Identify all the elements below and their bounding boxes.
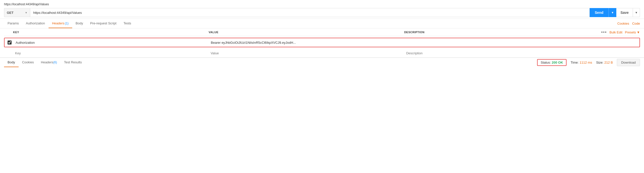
row-key-cell bbox=[14, 40, 209, 46]
row-desc-input[interactable] bbox=[404, 40, 599, 46]
col-value-header: VALUE bbox=[209, 31, 404, 34]
tabs-left: Params Authorization Headers(1) Body Pre… bbox=[4, 19, 135, 28]
tabs-right: Cookies Code bbox=[617, 22, 640, 25]
send-dropdown-button[interactable]: ▼ bbox=[609, 8, 617, 17]
bottom-tab-headers[interactable]: Headers(6) bbox=[37, 58, 61, 67]
save-dropdown-button[interactable]: ▼ bbox=[633, 8, 640, 17]
url-title: https://localhost:44349/api/Values bbox=[4, 3, 640, 6]
col-actions-header: ••• Bulk Edit Presets ▼ bbox=[600, 30, 640, 34]
col-key-header: KEY bbox=[13, 31, 209, 34]
send-button[interactable]: Send bbox=[590, 8, 608, 17]
empty-value-input[interactable] bbox=[209, 50, 404, 56]
tab-params[interactable]: Params bbox=[4, 19, 22, 28]
row-checkbox-wrapper bbox=[5, 40, 14, 45]
url-input[interactable] bbox=[30, 8, 590, 17]
row-value-cell bbox=[209, 40, 404, 46]
url-bar-section: https://localhost:44349/api/Values GET P… bbox=[0, 0, 644, 19]
size-value: 212 B bbox=[604, 61, 613, 64]
code-link[interactable]: Code bbox=[632, 22, 640, 25]
empty-desc-cell bbox=[404, 50, 600, 56]
time-label: Time: 1112 ms bbox=[571, 61, 592, 64]
table-empty-row bbox=[4, 49, 640, 57]
tab-authorization[interactable]: Authorization bbox=[22, 19, 49, 28]
method-select[interactable]: GET POST PUT DELETE PATCH bbox=[7, 11, 23, 15]
row-desc-cell bbox=[404, 40, 599, 46]
bottom-tab-body[interactable]: Body bbox=[4, 58, 19, 67]
table-row bbox=[4, 38, 640, 47]
bottom-right-info: Status: 200 OK Time: 1112 ms Size: 212 B… bbox=[537, 59, 640, 66]
table-header-row: KEY VALUE DESCRIPTION ••• Bulk Edit Pres… bbox=[4, 28, 640, 36]
headers-table-section: KEY VALUE DESCRIPTION ••• Bulk Edit Pres… bbox=[0, 28, 644, 57]
status-box: Status: 200 OK bbox=[537, 59, 567, 66]
bottom-tabs-section: Body Cookies Headers(6) Test Results Sta… bbox=[0, 58, 644, 67]
time-value: 1112 ms bbox=[580, 61, 592, 64]
tab-body[interactable]: Body bbox=[72, 19, 87, 28]
status-value: 200 OK bbox=[552, 61, 563, 64]
bottom-tab-cookies[interactable]: Cookies bbox=[19, 58, 37, 67]
row-checkbox[interactable] bbox=[8, 40, 12, 45]
download-button[interactable]: Download bbox=[617, 59, 640, 66]
chevron-down-icon: ▼ bbox=[637, 30, 640, 34]
tab-tests[interactable]: Tests bbox=[120, 19, 135, 28]
size-label: Size: 212 B bbox=[596, 61, 613, 64]
tab-prerequest[interactable]: Pre-request Script bbox=[87, 19, 120, 28]
method-select-wrapper[interactable]: GET POST PUT DELETE PATCH ▼ bbox=[4, 8, 30, 17]
empty-key-input[interactable] bbox=[13, 50, 209, 56]
row-key-input[interactable] bbox=[14, 40, 209, 46]
empty-desc-input[interactable] bbox=[404, 50, 600, 56]
empty-value-cell bbox=[209, 50, 404, 56]
chevron-down-icon: ▼ bbox=[25, 11, 27, 14]
tab-headers[interactable]: Headers(1) bbox=[49, 19, 72, 28]
empty-key-cell bbox=[13, 50, 209, 56]
presets-button[interactable]: Presets ▼ bbox=[625, 30, 640, 34]
status-label: Status: bbox=[541, 61, 551, 64]
more-options-button[interactable]: ••• bbox=[601, 30, 607, 34]
bottom-tabs-left: Body Cookies Headers(6) Test Results bbox=[4, 58, 85, 67]
col-desc-header: DESCRIPTION bbox=[404, 31, 600, 34]
tabs-section: Params Authorization Headers(1) Body Pre… bbox=[0, 19, 644, 28]
bulk-edit-button[interactable]: Bulk Edit bbox=[610, 30, 622, 34]
bottom-tab-test-results[interactable]: Test Results bbox=[60, 58, 85, 67]
cookies-link[interactable]: Cookies bbox=[617, 22, 629, 25]
row-value-input[interactable] bbox=[209, 40, 404, 46]
request-row: GET POST PUT DELETE PATCH ▼ Send ▼ Save … bbox=[4, 8, 640, 17]
save-button[interactable]: Save bbox=[616, 8, 633, 17]
